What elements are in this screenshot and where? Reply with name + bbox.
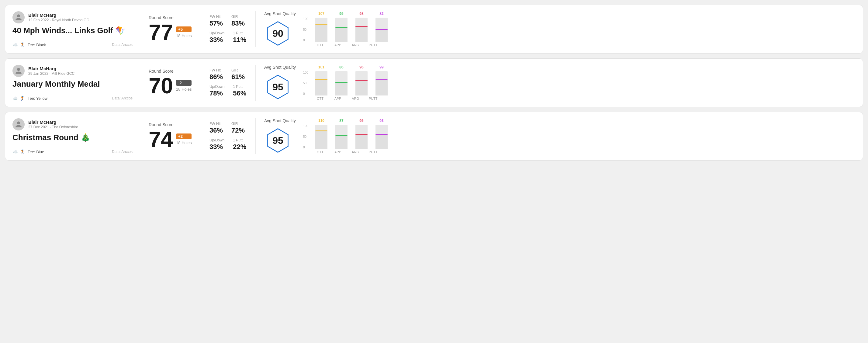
bar-chart-area: 100 50 0 110 87 bbox=[303, 119, 389, 154]
card-score: Round Score 77 +5 18 Holes bbox=[140, 11, 201, 47]
updown-label: Up/Down bbox=[210, 85, 224, 89]
bar-bg bbox=[375, 71, 388, 95]
bar-fill bbox=[375, 80, 388, 95]
quality-hexagon: 95 bbox=[264, 127, 291, 154]
bar-marker bbox=[315, 79, 328, 80]
user-info: Blair McHarg 29 Jan 2022 · Mill Ride GCC bbox=[28, 66, 74, 76]
quality-hexagon: 95 bbox=[264, 73, 291, 101]
data-source: Data: Arccos bbox=[112, 42, 132, 47]
holes-label: 18 Holes bbox=[176, 87, 191, 92]
gir-label: GIR bbox=[231, 68, 245, 72]
bars-group: 110 87 95 93 bbox=[314, 119, 389, 149]
bar-fill bbox=[335, 82, 347, 95]
oneputt-value: 56% bbox=[233, 89, 246, 97]
tee-label: Tee: Blue bbox=[28, 150, 44, 154]
chart-x-label: OTT bbox=[314, 150, 326, 154]
quality-score: 95 bbox=[272, 82, 283, 93]
y-tick-0: 0 bbox=[303, 146, 308, 149]
oneputt-label: 1 Putt bbox=[233, 138, 246, 142]
bar-column: 107 bbox=[314, 11, 329, 42]
tee-info: ☁️ 🏌️ Tee: Yellow bbox=[12, 96, 48, 101]
tee-label: Tee: Black bbox=[28, 42, 46, 47]
score-diff-badge: +5 bbox=[176, 27, 191, 32]
card-left: Blair McHarg 27 Dec 2021 · The Oxfordshi… bbox=[12, 118, 140, 154]
y-tick-100: 100 bbox=[303, 18, 308, 21]
fw-hit-label: FW Hit bbox=[210, 122, 223, 126]
stats-row-bottom: Up/Down 33% 1 Putt 11% bbox=[210, 31, 247, 44]
score-number: 77 bbox=[149, 21, 173, 43]
gir-stat: GIR 83% bbox=[231, 14, 245, 27]
round-card: Blair McHarg 29 Jan 2022 · Mill Ride GCC… bbox=[5, 58, 863, 107]
fw-hit-value: 36% bbox=[210, 126, 223, 134]
round-card: Blair McHarg 27 Dec 2021 · The Oxfordshi… bbox=[5, 112, 863, 161]
quality-score: 90 bbox=[272, 28, 283, 39]
card-score: Round Score 70 -2 18 Holes bbox=[140, 65, 201, 101]
score-row: 77 +5 18 Holes bbox=[149, 21, 192, 43]
chart-container: 100 50 0 101 86 bbox=[303, 65, 389, 95]
quality-label: Avg Shot Quality bbox=[264, 65, 296, 70]
bar-column: 87 bbox=[334, 119, 349, 149]
bar-marker bbox=[335, 82, 347, 83]
bar-fill bbox=[315, 79, 328, 95]
oneputt-label: 1 Putt bbox=[233, 31, 246, 35]
score-badge: +5 18 Holes bbox=[176, 27, 191, 38]
gir-label: GIR bbox=[231, 122, 245, 126]
y-tick-50: 50 bbox=[303, 82, 308, 85]
chart-x-label: APP bbox=[332, 43, 344, 47]
updown-label: Up/Down bbox=[210, 138, 224, 142]
bar-marker bbox=[375, 29, 388, 30]
oneputt-label: 1 Putt bbox=[233, 85, 246, 89]
card-left: Blair McHarg 29 Jan 2022 · Mill Ride GCC… bbox=[12, 65, 140, 101]
quality-block: Avg Shot Quality 95 bbox=[264, 65, 296, 101]
avatar bbox=[12, 11, 25, 23]
holes-label: 18 Holes bbox=[176, 33, 191, 38]
stats-row-bottom: Up/Down 33% 1 Putt 22% bbox=[210, 138, 247, 151]
user-icon bbox=[15, 67, 22, 74]
quality-hexagon: 90 bbox=[264, 20, 291, 47]
fw-hit-stat: FW Hit 57% bbox=[210, 14, 223, 27]
bar-column: 82 bbox=[374, 11, 389, 42]
bar-value: 95 bbox=[359, 119, 363, 123]
bar-value: 99 bbox=[379, 65, 383, 69]
score-label: Round Score bbox=[149, 69, 192, 73]
fw-hit-label: FW Hit bbox=[210, 14, 223, 19]
bar-bg bbox=[335, 71, 347, 95]
score-badge: -2 18 Holes bbox=[176, 80, 191, 92]
y-tick-50: 50 bbox=[303, 28, 308, 31]
bar-column: 99 bbox=[374, 65, 389, 95]
bag-icon: 🏌️ bbox=[20, 42, 25, 47]
bar-bg bbox=[355, 18, 368, 42]
score-row: 70 -2 18 Holes bbox=[149, 75, 192, 97]
bar-value: 101 bbox=[318, 65, 324, 69]
fw-hit-label: FW Hit bbox=[210, 68, 223, 72]
oneputt-stat: 1 Putt 56% bbox=[233, 85, 246, 97]
y-tick-100: 100 bbox=[303, 71, 308, 74]
date-course: 12 Feb 2022 · Royal North Devon GC bbox=[28, 18, 89, 22]
chart-x-label: OTT bbox=[314, 97, 326, 100]
bar-marker bbox=[335, 27, 347, 28]
tee-info: ☁️ 🏌️ Tee: Blue bbox=[12, 149, 44, 154]
gir-stat: GIR 72% bbox=[231, 122, 245, 134]
bar-marker bbox=[315, 130, 328, 131]
quality-label: Avg Shot Quality bbox=[264, 118, 296, 123]
bar-column: 101 bbox=[314, 65, 329, 95]
bar-bg bbox=[335, 18, 347, 42]
score-number: 70 bbox=[149, 75, 173, 97]
stats-row-top: FW Hit 86% GIR 61% bbox=[210, 68, 247, 81]
gir-stat: GIR 61% bbox=[231, 68, 245, 81]
bar-value: 96 bbox=[359, 65, 363, 69]
bag-icon: 🏌️ bbox=[20, 149, 25, 154]
data-source: Data: Arccos bbox=[112, 96, 132, 100]
y-axis: 100 50 0 bbox=[303, 125, 308, 149]
chart-x-label: ARG bbox=[349, 150, 362, 154]
bar-column: 98 bbox=[354, 11, 369, 42]
weather-icon: ☁️ bbox=[12, 149, 18, 154]
gir-label: GIR bbox=[231, 14, 245, 19]
fw-hit-stat: FW Hit 36% bbox=[210, 122, 223, 134]
round-title: 40 Mph Winds... Links Golf 🪁 bbox=[12, 26, 132, 35]
bar-column: 93 bbox=[374, 119, 389, 149]
chart-x-label: APP bbox=[332, 150, 344, 154]
avatar bbox=[12, 65, 25, 77]
user-name: Blair McHarg bbox=[28, 120, 78, 125]
user-row: Blair McHarg 27 Dec 2021 · The Oxfordshi… bbox=[12, 118, 132, 130]
